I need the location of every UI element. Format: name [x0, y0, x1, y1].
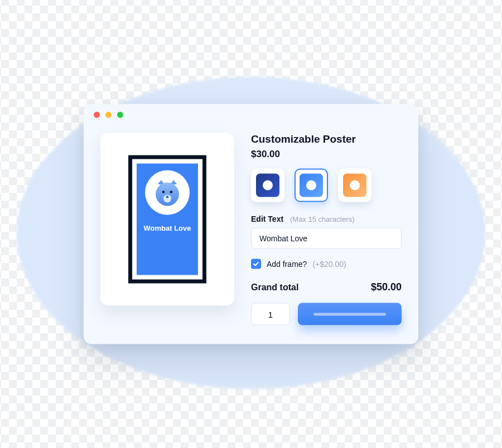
swatch-dot-icon	[350, 181, 360, 191]
add-to-cart-button[interactable]	[298, 303, 402, 325]
grand-total-row: Grand total $50.00	[251, 281, 402, 293]
app-window: Wombat Love Customizable Poster $30.00	[84, 104, 418, 344]
swatch-fill	[256, 174, 279, 197]
product-title: Customizable Poster	[251, 133, 402, 145]
grand-total-amount: $50.00	[371, 281, 402, 293]
addon-label: Add frame?	[267, 260, 307, 269]
wombat-icon	[151, 177, 184, 209]
close-window-icon[interactable]	[94, 111, 100, 118]
check-icon	[253, 261, 259, 267]
product-controls: Customizable Poster $30.00 Edit Text (Ma…	[251, 133, 402, 325]
edit-text-label-text: Edit Text	[251, 215, 283, 223]
color-swatch-group	[251, 169, 402, 202]
content-area: Wombat Love Customizable Poster $30.00	[84, 125, 418, 344]
poster-artwork: Wombat Love	[137, 164, 198, 275]
edit-text-hint: (Max 15 characters)	[290, 215, 355, 223]
poster-caption: Wombat Love	[144, 224, 191, 233]
edit-text-label: Edit Text (Max 15 characters)	[251, 215, 402, 223]
color-swatch-blue[interactable]	[295, 169, 328, 202]
poster-avatar-circle	[145, 171, 190, 215]
grand-total-label: Grand total	[251, 282, 298, 292]
product-preview-card: Wombat Love	[100, 133, 234, 306]
addon-price: (+$20.00)	[312, 260, 346, 269]
color-swatch-navy[interactable]	[251, 169, 284, 202]
svg-point-4	[166, 196, 168, 198]
svg-point-1	[162, 191, 165, 193]
window-titlebar	[84, 104, 418, 125]
quantity-input[interactable]	[251, 303, 290, 325]
swatch-dot-icon	[306, 181, 316, 191]
svg-point-2	[170, 191, 172, 193]
add-frame-checkbox[interactable]	[251, 259, 261, 269]
edit-text-input[interactable]	[251, 228, 402, 249]
addon-row: Add frame? (+$20.00)	[251, 259, 402, 269]
swatch-fill	[300, 174, 323, 197]
swatch-dot-icon	[263, 181, 273, 191]
zoom-window-icon[interactable]	[117, 111, 123, 118]
product-price: $30.00	[251, 149, 402, 160]
cta-placeholder-icon	[313, 313, 386, 315]
swatch-fill	[343, 174, 366, 197]
minimize-window-icon[interactable]	[105, 111, 112, 118]
poster-frame: Wombat Love	[128, 155, 206, 284]
action-row	[251, 303, 402, 325]
color-swatch-orange[interactable]	[338, 169, 371, 202]
